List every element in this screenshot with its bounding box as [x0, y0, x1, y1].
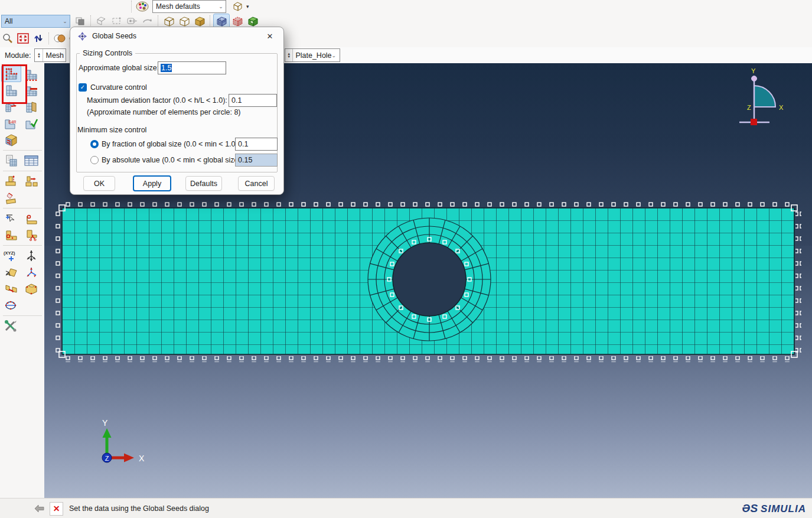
- create-datum-plane-button[interactable]: [1, 264, 21, 281]
- partition-edge-button[interactable]: [21, 210, 41, 227]
- close-icon[interactable]: ✕: [262, 30, 278, 43]
- edit-mesh-button[interactable]: [1, 190, 21, 206]
- create-datum-axis-button[interactable]: [21, 247, 41, 264]
- view-cut-icon[interactable]: [94, 14, 109, 28]
- ok-button[interactable]: OK: [83, 176, 115, 191]
- mesh-stack-orientation-button[interactable]: [1, 132, 21, 148]
- triad-z-label: Z: [105, 455, 109, 462]
- verify-mesh-button[interactable]: [21, 115, 41, 132]
- create-datum-point-button[interactable]: (XYZ): [1, 247, 21, 264]
- fraction-input[interactable]: 0.1: [235, 138, 278, 151]
- mesh-defaults-table-button[interactable]: [21, 152, 41, 169]
- module-value: Mesh: [43, 51, 64, 60]
- render-style-caret-icon[interactable]: ▾: [246, 4, 249, 9]
- edit-feature-button[interactable]: [1, 210, 21, 227]
- create-display-group-icon[interactable]: [109, 14, 125, 28]
- triad-x-label: X: [139, 454, 145, 463]
- absolute-radio[interactable]: [90, 156, 99, 164]
- triad-y-label: Y: [102, 418, 108, 428]
- structured-mesh-technique-icon[interactable]: [245, 14, 260, 28]
- hiddenline-render-icon[interactable]: [177, 14, 192, 28]
- color-code-palette-icon[interactable]: [135, 0, 150, 14]
- cancel-button[interactable]: Cancel: [238, 176, 275, 191]
- display-group-value: All: [5, 17, 12, 25]
- free-mesh-technique-icon[interactable]: [230, 14, 245, 28]
- xyz-label: (XYZ): [4, 250, 15, 256]
- part-select[interactable]: ▲▼ Plate_Hole ⌄: [285, 48, 340, 62]
- toolbar-separator: [48, 32, 50, 44]
- copy-mesh-pattern-button[interactable]: [1, 152, 21, 169]
- shaded-render-icon[interactable]: [192, 14, 207, 28]
- compass-x-label: X: [779, 104, 784, 111]
- partition-face-button[interactable]: [1, 227, 21, 243]
- sketch-edit-button[interactable]: [1, 297, 21, 314]
- rotate-view-icon[interactable]: [140, 14, 155, 28]
- cancel-procedure-icon[interactable]: ✕: [50, 502, 63, 516]
- view-triad: Z Y X: [102, 418, 145, 463]
- mesh-region-button[interactable]: [1, 99, 21, 115]
- plate-hole: [393, 243, 466, 316]
- partition-cell-button[interactable]: [21, 227, 41, 243]
- ds-logo-mark: ƏS: [742, 502, 758, 515]
- customize-tools-button[interactable]: [1, 318, 21, 334]
- part-orientation-compass: Y Z X: [739, 67, 784, 125]
- curvature-control-checkbox[interactable]: ✓: [79, 83, 87, 92]
- prompt-bar: ✕ Set the data using the Global Seeds di…: [0, 498, 812, 518]
- boolean-union-icon[interactable]: [52, 31, 67, 45]
- mesh-toolbox: S4R: [0, 63, 45, 498]
- display-group-select[interactable]: All ⌄: [1, 15, 70, 28]
- offset-node-button[interactable]: [21, 173, 41, 190]
- global-size-input[interactable]: 1.5: [158, 61, 226, 74]
- toolbar-separator: [90, 15, 92, 27]
- partition-cell-extend-button[interactable]: [21, 281, 41, 297]
- previous-prompt-icon[interactable]: [34, 504, 45, 513]
- magnify-view-icon[interactable]: [0, 31, 15, 45]
- spinner-icon[interactable]: ▲▼: [35, 49, 43, 61]
- wireframe-render-icon[interactable]: [161, 14, 177, 28]
- mesh-edges-button[interactable]: [21, 82, 41, 99]
- toolbar-separator: [210, 15, 211, 27]
- part-value: Plate_Hole: [293, 51, 331, 60]
- s4r-label: S4R: [8, 120, 17, 124]
- mesh-orientation-button[interactable]: [21, 99, 41, 115]
- auto-fit-view-icon[interactable]: [15, 31, 31, 45]
- merge-mesh-button[interactable]: [1, 281, 21, 297]
- color-mapping-select[interactable]: Mesh defaults ⌄: [152, 0, 226, 13]
- toolbar-separator: [131, 1, 132, 12]
- simulia-logo: ƏS SIMULIA: [742, 502, 806, 515]
- deviation-factor-label: Maximum deviation factor (0.0 < h/L < 1.…: [87, 96, 227, 105]
- create-datum-csys-button[interactable]: [21, 264, 41, 281]
- module-select[interactable]: ▲▼ Mesh: [34, 48, 66, 62]
- adjust-node-position-button[interactable]: [1, 173, 21, 190]
- assign-element-type-button[interactable]: S4R: [1, 115, 21, 132]
- simulia-wordmark: SIMULIA: [761, 503, 806, 515]
- absolute-radio-label: By absolute value (0.0 < min < global si…: [102, 156, 241, 164]
- dialog-titlebar[interactable]: Global Seeds: [70, 27, 283, 45]
- seed-edges-button[interactable]: [21, 66, 41, 82]
- global-seeds-dialog: Global Seeds ✕ Sizing Controls Approxima…: [70, 27, 284, 195]
- check-icon: ✓: [80, 83, 85, 92]
- display-group-boolean-icon[interactable]: [125, 14, 140, 28]
- spinner-icon[interactable]: ▲▼: [285, 49, 293, 61]
- apply-button[interactable]: Apply: [133, 175, 171, 191]
- fraction-radio[interactable]: [90, 140, 99, 148]
- defaults-button[interactable]: Defaults: [185, 176, 222, 191]
- prompt-message: Set the data using the Global Seeds dial…: [69, 504, 209, 513]
- render-style-cube-icon[interactable]: [230, 0, 245, 14]
- toolbar-row-render: Mesh defaults ⌄ ▾: [0, 0, 812, 12]
- seed-part-button[interactable]: [1, 66, 21, 82]
- deviation-factor-input[interactable]: 0.1: [229, 94, 277, 107]
- chevron-down-icon: ⌄: [216, 4, 226, 9]
- sizing-controls-label: Sizing Controls: [80, 49, 135, 57]
- color-mapping-value: Mesh defaults: [156, 2, 200, 11]
- global-seeds-icon: [77, 31, 87, 41]
- minimum-size-control-label: Minimum size control: [77, 126, 146, 134]
- mesh-part-button[interactable]: [1, 82, 21, 99]
- compass-z-label: Z: [747, 104, 751, 111]
- elements-per-circle-note: (Approximate number of elements per circ…: [87, 108, 241, 116]
- cycle-views-icon[interactable]: [31, 31, 46, 45]
- fraction-radio-label: By fraction of global size (0.0 < min < …: [102, 140, 238, 148]
- replace-displayed-icon[interactable]: [73, 14, 88, 28]
- absolute-input[interactable]: 0.15: [235, 154, 278, 167]
- meshed-plate[interactable]: [62, 208, 794, 354]
